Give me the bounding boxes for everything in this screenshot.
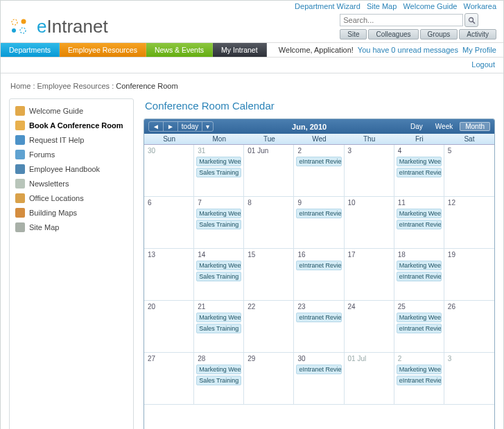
calendar-event[interactable]: Sales Training bbox=[196, 220, 241, 229]
calendar-cell[interactable]: 3 bbox=[444, 353, 494, 405]
calendar-cell[interactable]: 21Marketing WeeklySales Training bbox=[194, 301, 244, 353]
calendar-cell[interactable]: 9eIntranet Review bbox=[294, 197, 344, 249]
calendar-cell[interactable]: 28Marketing WeeklySales Training bbox=[194, 353, 244, 405]
nav-news-events[interactable]: News & Events bbox=[146, 43, 213, 57]
link-workarea[interactable]: Workarea bbox=[464, 2, 496, 10]
calendar-event[interactable]: Marketing Weekly bbox=[397, 157, 442, 166]
calendar-cell[interactable]: 25Marketing WeeklyeIntranet Review bbox=[394, 301, 444, 353]
sidebar-item[interactable]: Welcome Guide bbox=[12, 103, 130, 118]
calendar-cell[interactable]: 14Marketing WeeklySales Training bbox=[194, 249, 244, 301]
calendar-event[interactable]: eIntranet Review bbox=[397, 324, 442, 333]
cal-next-button[interactable]: ► bbox=[163, 122, 177, 131]
cal-today-dropdown[interactable]: ▾ bbox=[202, 122, 213, 131]
calendar-event[interactable]: eIntranet Review bbox=[296, 261, 341, 270]
calendar-cell[interactable]: 12 bbox=[444, 197, 494, 249]
calendar-event[interactable]: Marketing Weekly bbox=[196, 209, 241, 218]
crumb-section[interactable]: Employee Resources bbox=[37, 82, 110, 90]
sidebar-item[interactable]: Request IT Help bbox=[12, 132, 130, 147]
link-site-map[interactable]: Site Map bbox=[367, 2, 397, 10]
calendar-cell[interactable]: 20 bbox=[144, 301, 194, 353]
calendar-cell[interactable]: 30 bbox=[144, 145, 194, 197]
nav-employee-resources[interactable]: Employee Resources bbox=[60, 43, 146, 57]
sidebar-item[interactable]: Book A Conference Room bbox=[12, 118, 130, 132]
calendar-event[interactable]: Marketing Weekly bbox=[397, 209, 442, 218]
sidebar: Welcome GuideBook A Conference RoomReque… bbox=[9, 98, 134, 429]
calendar-event[interactable]: eIntranet Review bbox=[296, 209, 341, 218]
view-month-button[interactable]: Month bbox=[460, 122, 490, 131]
calendar-event[interactable]: Marketing Weekly bbox=[196, 365, 241, 374]
search-tab-colleagues[interactable]: Colleagues bbox=[368, 29, 418, 40]
nav-my-intranet[interactable]: My Intranet bbox=[213, 43, 267, 57]
calendar-event[interactable]: Marketing Weekly bbox=[397, 365, 442, 374]
day-number: 4 bbox=[397, 146, 442, 155]
calendar-event[interactable]: Marketing Weekly bbox=[397, 313, 442, 322]
logout-link[interactable]: Logout bbox=[471, 60, 495, 69]
cal-today-button[interactable]: today bbox=[177, 122, 202, 131]
search-tab-site[interactable]: Site bbox=[340, 29, 367, 40]
calendar-event[interactable]: eIntranet Review bbox=[397, 376, 442, 385]
calendar-cell[interactable]: 01 Jul bbox=[345, 353, 394, 405]
calendar-cell[interactable]: 13 bbox=[144, 249, 194, 301]
crumb-home[interactable]: Home bbox=[10, 82, 31, 90]
view-day-button[interactable]: Day bbox=[405, 122, 428, 131]
sidebar-item-label: Forums bbox=[29, 150, 55, 159]
view-week-button[interactable]: Week bbox=[430, 122, 458, 131]
calendar-event[interactable]: eIntranet Review bbox=[397, 220, 442, 229]
sidebar-item[interactable]: Site Map bbox=[12, 220, 130, 234]
search-tab-groups[interactable]: Groups bbox=[420, 29, 458, 40]
calendar-event[interactable]: eIntranet Review bbox=[397, 168, 442, 177]
calendar-event[interactable]: Sales Training bbox=[196, 272, 241, 281]
calendar-cell[interactable]: 5 bbox=[444, 145, 494, 197]
calendar-cell[interactable]: 01 Jun bbox=[244, 145, 294, 197]
calendar-event[interactable]: eIntranet Review bbox=[296, 157, 341, 166]
calendar-cell[interactable]: 29 bbox=[244, 353, 294, 405]
sidebar-item-icon bbox=[15, 208, 25, 218]
calendar-cell[interactable]: 24 bbox=[345, 301, 394, 353]
cal-prev-button[interactable]: ◄ bbox=[149, 122, 163, 131]
calendar-event[interactable]: Sales Training bbox=[196, 168, 241, 177]
calendar-cell[interactable]: 30eIntranet Review bbox=[294, 353, 344, 405]
calendar-cell[interactable]: 2eIntranet Review bbox=[294, 145, 344, 197]
calendar-event[interactable]: Marketing Weekly bbox=[397, 261, 442, 270]
link-dept-wizard[interactable]: Department Wizard bbox=[295, 2, 360, 10]
sidebar-item[interactable]: Newsletters bbox=[12, 176, 130, 191]
calendar-cell[interactable]: 7Marketing WeeklySales Training bbox=[194, 197, 244, 249]
nav-departments[interactable]: Departments bbox=[1, 43, 60, 57]
calendar-cell[interactable]: 27 bbox=[144, 353, 194, 405]
calendar-cell[interactable]: 6 bbox=[144, 197, 194, 249]
calendar-event[interactable]: eIntranet Review bbox=[296, 313, 341, 322]
calendar-event[interactable]: eIntranet Review bbox=[397, 272, 442, 281]
calendar-cell[interactable]: 19 bbox=[444, 249, 494, 301]
sidebar-item[interactable]: Forums bbox=[12, 147, 130, 161]
sidebar-item[interactable]: Building Maps bbox=[12, 205, 130, 220]
calendar-cell[interactable]: 2Marketing WeeklyeIntranet Review bbox=[394, 353, 444, 405]
calendar-cell[interactable]: 3 bbox=[345, 145, 394, 197]
link-welcome-guide[interactable]: Welcome Guide bbox=[403, 2, 457, 10]
search-tab-activity[interactable]: Activity bbox=[459, 29, 496, 40]
calendar-cell[interactable]: 11Marketing WeeklyeIntranet Review bbox=[394, 197, 444, 249]
calendar-event[interactable]: eIntranet Review bbox=[296, 365, 341, 374]
search-go-button[interactable] bbox=[464, 13, 478, 27]
calendar-cell[interactable]: 4Marketing WeeklyeIntranet Review bbox=[394, 145, 444, 197]
calendar-cell[interactable]: 31Marketing WeeklySales Training bbox=[194, 145, 244, 197]
calendar-event[interactable]: Marketing Weekly bbox=[196, 157, 241, 166]
sidebar-item[interactable]: Office Locations bbox=[12, 191, 130, 205]
calendar-cell[interactable]: 16eIntranet Review bbox=[294, 249, 344, 301]
calendar-event[interactable]: Sales Training bbox=[196, 376, 241, 385]
calendar-cell[interactable]: 10 bbox=[345, 197, 394, 249]
calendar-cell[interactable]: 23eIntranet Review bbox=[294, 301, 344, 353]
search-input[interactable] bbox=[340, 14, 463, 26]
calendar-event[interactable]: Sales Training bbox=[196, 324, 241, 333]
calendar-cell[interactable]: 22 bbox=[244, 301, 294, 353]
calendar-cell[interactable]: 15 bbox=[244, 249, 294, 301]
my-profile-link[interactable]: My Profile bbox=[462, 46, 496, 54]
sidebar-item-icon bbox=[15, 164, 25, 174]
unread-messages-link[interactable]: You have 0 unread messages bbox=[358, 46, 458, 54]
calendar-cell[interactable]: 18Marketing WeeklyeIntranet Review bbox=[394, 249, 444, 301]
calendar-cell[interactable]: 26 bbox=[444, 301, 494, 353]
calendar-event[interactable]: Marketing Weekly bbox=[196, 313, 241, 322]
calendar-cell[interactable]: 8 bbox=[244, 197, 294, 249]
sidebar-item[interactable]: Employee Handbook bbox=[12, 161, 130, 176]
calendar-event[interactable]: Marketing Weekly bbox=[196, 261, 241, 270]
calendar-cell[interactable]: 17 bbox=[345, 249, 394, 301]
